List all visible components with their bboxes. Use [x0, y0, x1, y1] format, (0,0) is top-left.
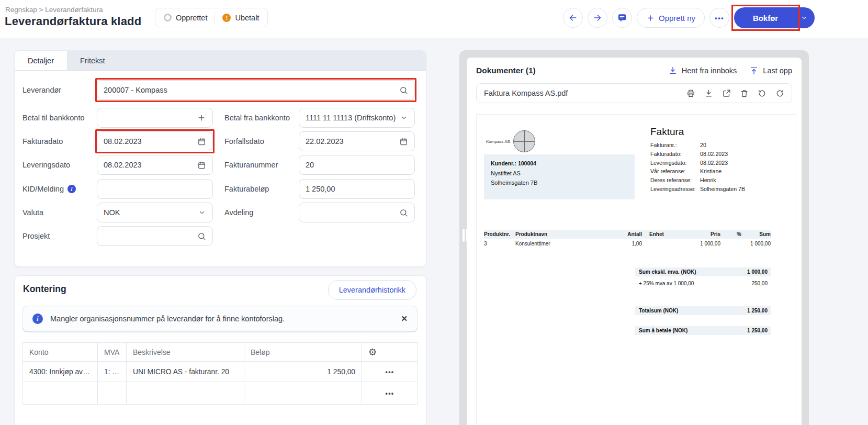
- prosjekt-label: Prosjekt: [22, 232, 97, 240]
- line-enhet: [642, 241, 672, 247]
- create-new-button[interactable]: Opprett ny: [637, 8, 705, 28]
- badge-divider: [215, 13, 215, 23]
- invoice-logo-text: Kompass AS: [486, 139, 510, 144]
- row-menu-button[interactable]: •••: [385, 390, 394, 397]
- status-badges: Opprettet ! Ubetalt: [155, 8, 268, 27]
- fakturanummer-input[interactable]: [299, 155, 415, 175]
- konto-cell[interactable]: [23, 382, 98, 405]
- bokfor-dropdown-button[interactable]: [794, 7, 815, 28]
- documents-actions: Hent fra innboks Last opp: [668, 66, 792, 75]
- leverandor-input[interactable]: [97, 80, 415, 100]
- chevron-down-icon: [198, 208, 206, 217]
- gear-icon[interactable]: ⚙: [368, 347, 377, 357]
- status-badge-created: Opprettet: [164, 14, 207, 22]
- tab-fritekst[interactable]: Fritekst: [67, 51, 118, 70]
- upload-icon: [749, 66, 759, 75]
- globe-logo-icon: [513, 130, 535, 152]
- plus-icon: [646, 14, 655, 23]
- customer-number: Kundenr.: 100004: [491, 160, 628, 166]
- betal-til-value[interactable]: [104, 114, 193, 122]
- line-antall: 1,00: [615, 241, 642, 247]
- app-screen: Regnskap > Leverandørfaktura Leverandørf…: [0, 0, 868, 425]
- download-file-button[interactable]: [704, 89, 713, 98]
- fakturanummer-value[interactable]: [306, 161, 408, 169]
- last-opp-button[interactable]: Last opp: [749, 66, 792, 75]
- betal-fra-value[interactable]: [306, 114, 396, 122]
- panel-resize-handle[interactable]: [461, 227, 469, 243]
- kontering-row-2: •••: [23, 382, 418, 405]
- more-options-button[interactable]: •••: [709, 8, 729, 28]
- kontering-row-1: 4300: Innkjøp av vare... 1: 25% UNI MICR…: [23, 362, 418, 382]
- meta-label: Leveringsadresse:: [650, 185, 700, 194]
- meta-label: Deres referanse:: [650, 176, 700, 185]
- search-icon: [399, 86, 408, 95]
- tab-detaljer[interactable]: Detaljer: [15, 51, 67, 70]
- documents-card: Dokumenter (1) Hent fra innboks Last opp: [467, 58, 802, 425]
- forfallsdato-label: Forfallsdato: [213, 137, 299, 146]
- fakturadato-value[interactable]: [104, 137, 193, 146]
- valuta-value[interactable]: [104, 208, 194, 217]
- beskrivelse-cell[interactable]: UNI MICRO AS - fakturanr. 20: [127, 362, 244, 382]
- fakturabelop-label: Fakturabeløp: [213, 185, 299, 193]
- next-button[interactable]: [588, 8, 607, 28]
- meta-value: Kristiane: [700, 167, 722, 176]
- beskrivelse-cell[interactable]: [127, 382, 244, 405]
- meta-value: 20: [700, 141, 706, 150]
- header-actions: Opprett ny ••• Bokfør: [563, 7, 815, 28]
- rotate-left-button[interactable]: [758, 89, 766, 98]
- belop-cell[interactable]: [244, 382, 362, 405]
- close-icon[interactable]: ✕: [401, 314, 408, 323]
- status-badge-unpaid: ! Ubetalt: [222, 14, 259, 22]
- comments-button[interactable]: [612, 8, 632, 28]
- customer-name: Nystiftet AS: [491, 170, 628, 176]
- previous-button[interactable]: [563, 8, 583, 28]
- leverandorhistorikk-button[interactable]: Leverandørhistorikk: [328, 280, 416, 300]
- download-icon: [668, 66, 678, 75]
- prosjekt-input[interactable]: [97, 226, 213, 246]
- open-external-button[interactable]: [722, 89, 731, 98]
- search-icon: [197, 232, 206, 241]
- betal-fra-select[interactable]: [299, 108, 415, 128]
- forfallsdato-value[interactable]: [306, 137, 395, 146]
- create-new-label: Opprett ny: [659, 14, 695, 23]
- avdeling-value[interactable]: [306, 208, 395, 217]
- kontering-table: Konto MVA Beskrivelse Beløp ⚙ 4300: Innk…: [22, 342, 418, 405]
- konto-cell[interactable]: 4300: Innkjøp av vare...: [23, 362, 98, 382]
- fakturabelop-value[interactable]: [306, 185, 408, 193]
- leveringsdato-input[interactable]: [97, 155, 213, 175]
- avdeling-input[interactable]: [299, 203, 415, 222]
- fakturabelop-input[interactable]: [299, 179, 415, 199]
- total-value: 250,00: [751, 281, 768, 286]
- print-button[interactable]: [686, 89, 695, 98]
- leveringsdato-value[interactable]: [104, 161, 193, 169]
- info-icon[interactable]: i: [67, 185, 76, 193]
- fakturadato-input[interactable]: [97, 131, 213, 151]
- kontering-card: Kontering Leverandørhistorikk i Mangler …: [14, 275, 426, 425]
- mva-cell[interactable]: [98, 382, 127, 405]
- kid-melding-input[interactable]: [97, 179, 213, 199]
- tab-detaljer-label: Detaljer: [28, 57, 54, 65]
- delete-file-button[interactable]: [740, 89, 749, 98]
- plus-icon: [197, 113, 206, 122]
- total-value: 1 250,00: [747, 328, 768, 333]
- rotate-right-button[interactable]: [775, 89, 784, 98]
- hent-fra-innboks-button[interactable]: Hent fra innboks: [668, 66, 737, 75]
- invoice-title: Faktura: [650, 126, 791, 138]
- mva-cell[interactable]: 1: 25%: [98, 362, 127, 382]
- file-toolbar: Faktura Kompass AS.pdf: [476, 83, 792, 103]
- meta-label: Fakturadato:: [650, 150, 700, 159]
- valuta-select[interactable]: [97, 203, 213, 222]
- breadcrumb[interactable]: Regnskap > Leverandørfaktura: [5, 6, 103, 14]
- unpaid-status-label: Ubetalt: [235, 14, 259, 22]
- leveringsdato-label: Leveringsdato: [22, 161, 97, 169]
- forfallsdato-input[interactable]: [299, 131, 415, 151]
- ellipsis-icon: •••: [715, 14, 724, 22]
- kid-melding-value[interactable]: [104, 185, 206, 193]
- prosjekt-value[interactable]: [104, 232, 193, 240]
- betal-fra-label: Betal fra bankkonto: [213, 114, 299, 122]
- search-icon: [399, 208, 408, 217]
- leverandor-value[interactable]: [104, 86, 395, 94]
- row-menu-button[interactable]: •••: [385, 368, 394, 376]
- betal-til-input[interactable]: [97, 108, 213, 128]
- belop-cell[interactable]: 1 250,00: [244, 362, 362, 382]
